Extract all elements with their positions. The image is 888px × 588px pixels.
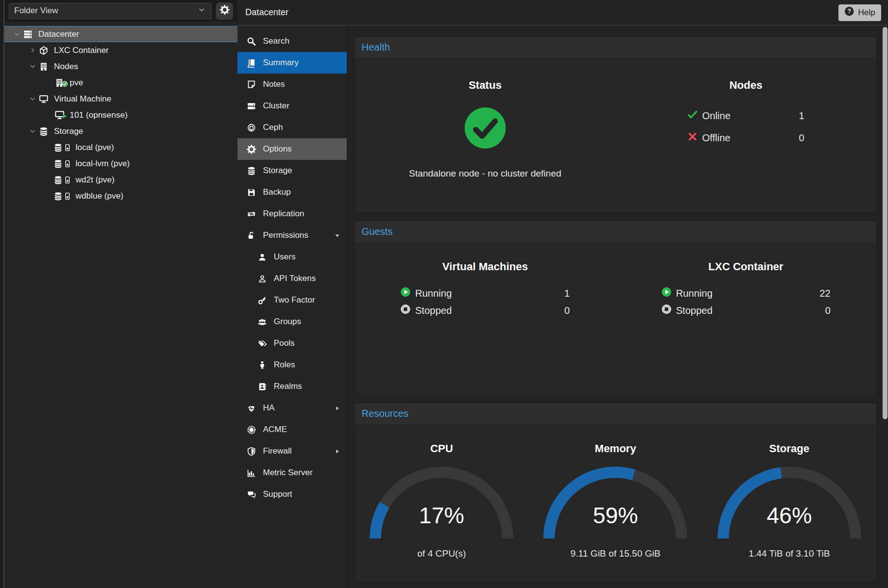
tree-item-101-opnsense[interactable]: 101 (opnsense) (4, 107, 237, 123)
unlock-icon (246, 231, 257, 240)
menu-item-roles[interactable]: Roles (237, 354, 347, 376)
tree-item-wdblue-pve[interactable]: wdblue (pve) (4, 188, 237, 204)
tree-item-label: LXC Container (54, 46, 109, 55)
node-status-value: 0 (799, 132, 804, 144)
health-panel-title: Health (362, 42, 390, 53)
menu-item-acme[interactable]: ACME (237, 419, 347, 440)
menu-item-label: Users (274, 252, 295, 262)
retweet-icon (246, 209, 257, 219)
scrollbar-thumb[interactable] (883, 27, 888, 419)
database-icon (38, 127, 50, 136)
address-book-icon (257, 382, 267, 391)
play-circle-icon (661, 287, 672, 300)
tree-item-label: local-lvm (pve) (76, 159, 130, 169)
tree-item-label: wd2t (pve) (76, 175, 114, 185)
nodes-column: Nodes Online1Offline0 (616, 58, 877, 213)
tree-item-local-lvm-pve[interactable]: local-lvm (pve) (4, 155, 237, 172)
cube-icon (38, 46, 50, 55)
gauge-percent: 59% (543, 502, 688, 529)
caret-down-icon[interactable] (11, 30, 22, 38)
menu-item-label: Support (263, 489, 292, 499)
tree-settings-button[interactable] (216, 2, 233, 20)
page-title: Datacenter (245, 7, 288, 18)
menu-item-replication[interactable]: Replication (237, 203, 347, 225)
comments-icon (246, 490, 257, 499)
center-column: Datacenter ? Help SearchSummaryNotesClus… (237, 0, 888, 588)
menu-item-firewall[interactable]: Firewall (237, 440, 347, 462)
tree-item-datacenter[interactable]: Datacenter (4, 26, 237, 42)
user-outline-icon (257, 274, 267, 283)
node-status-row-online: Online1 (687, 109, 804, 122)
check-icon (687, 109, 698, 122)
menu-item-storage[interactable]: Storage (237, 160, 347, 181)
menu-item-groups[interactable]: Groups (237, 311, 347, 332)
menu-item-label: Two Factor (274, 295, 315, 305)
tree-item-nodes[interactable]: Nodes (4, 58, 237, 75)
guest-row-label: Stopped (676, 305, 713, 316)
guest-row-label: Running (676, 288, 713, 299)
caret-down-icon[interactable] (27, 128, 38, 135)
content-header: Datacenter ? Help (237, 0, 888, 26)
menu-item-support[interactable]: Support (237, 484, 347, 505)
expand-right-icon[interactable] (334, 448, 341, 455)
guest-row-running: Running22 (661, 287, 831, 300)
database-icon (246, 166, 257, 176)
expand-right-icon[interactable] (334, 405, 341, 412)
menu-item-label: Options (263, 144, 292, 154)
tree-item-label: Storage (54, 127, 83, 136)
expand-down-icon[interactable] (334, 232, 341, 239)
guest-row-running: Running1 (400, 287, 570, 300)
node-status-row-offline: Offline0 (687, 131, 804, 144)
scrollbar[interactable] (882, 27, 888, 587)
guest-row-value: 22 (820, 288, 831, 299)
menu-item-options[interactable]: Options (237, 138, 347, 160)
tree-item-lxc-container[interactable]: LXC Container (4, 42, 237, 58)
tree-item-virtual-machine[interactable]: Virtual Machine (4, 91, 237, 107)
stop-circle-icon (661, 304, 672, 317)
certificate-icon (246, 425, 257, 435)
help-button[interactable]: ? Help (838, 4, 881, 21)
guest-row-value: 1 (564, 288, 570, 299)
book-icon (246, 58, 257, 68)
caret-right-icon[interactable] (27, 47, 38, 54)
guest-row-label: Stopped (415, 305, 452, 316)
tree-item-pve[interactable]: pve (4, 75, 237, 91)
menu-item-two-factor[interactable]: Two Factor (237, 289, 347, 311)
building-icon (38, 62, 50, 72)
floppy-icon (246, 188, 257, 197)
view-selector[interactable]: Folder View (9, 3, 211, 19)
bar-chart-icon (246, 468, 257, 478)
menu-item-summary[interactable]: Summary (237, 52, 347, 74)
note-icon (246, 80, 257, 89)
tree-item-label: Datacenter (38, 29, 79, 39)
menu-item-backup[interactable]: Backup (237, 181, 347, 203)
menu-item-notes[interactable]: Notes (237, 74, 347, 95)
status-heading: Status (469, 79, 501, 92)
menu-item-users[interactable]: Users (237, 246, 347, 268)
gauge-percent: 17% (369, 502, 514, 529)
menu-item-cluster[interactable]: Cluster (237, 95, 347, 117)
gauge-cpu: CPU17%of 4 CPU(s) (355, 442, 528, 583)
menu-item-ceph[interactable]: Ceph (237, 117, 347, 138)
desktop-play-icon (53, 110, 65, 120)
desktop-icon (38, 94, 50, 104)
menu-item-api-tokens[interactable]: API Tokens (237, 268, 347, 289)
resources-panel-header: Resources (355, 403, 876, 425)
menu-item-pools[interactable]: Pools (237, 332, 347, 354)
tree-item-storage[interactable]: Storage (4, 123, 237, 139)
caret-down-icon[interactable] (27, 95, 38, 102)
menu-item-search[interactable]: Search (237, 30, 347, 52)
caret-down-icon[interactable] (27, 63, 38, 70)
gauge-caption: 1.44 TiB of 3.10 TiB (749, 548, 830, 559)
users-icon (257, 317, 267, 327)
tree-item-local-pve[interactable]: local (pve) (4, 139, 237, 155)
menu-item-ha[interactable]: HA (237, 397, 347, 419)
guest-column-virtual-machines: Virtual MachinesRunning1Stopped0 (355, 243, 616, 395)
person-icon (257, 360, 267, 370)
guests-panel-header: Guests (355, 221, 876, 243)
tree-item-wd2t-pve[interactable]: wd2t (pve) (4, 172, 237, 188)
menu-item-realms[interactable]: Realms (237, 376, 347, 397)
menu-item-permissions[interactable]: Permissions (237, 225, 347, 246)
resources-panel-title: Resources (362, 408, 409, 419)
menu-item-metric-server[interactable]: Metric Server (237, 462, 347, 484)
